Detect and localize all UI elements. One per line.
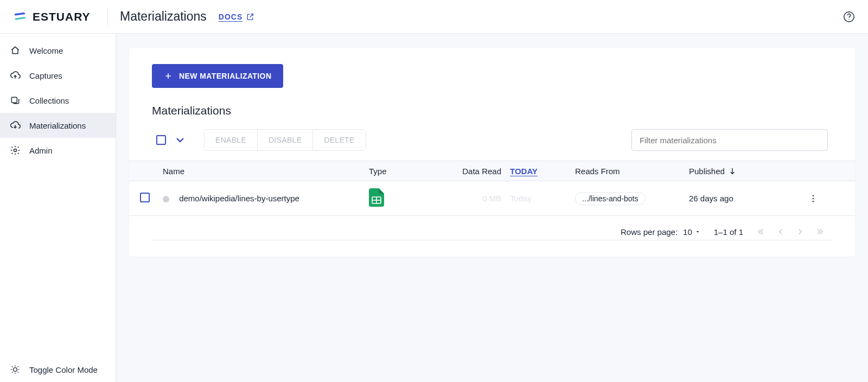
column-type: Type bbox=[366, 167, 442, 176]
sun-icon bbox=[10, 364, 21, 375]
row-menu-button[interactable] bbox=[805, 194, 829, 203]
row-checkbox[interactable] bbox=[140, 193, 150, 202]
help-icon[interactable] bbox=[843, 11, 855, 23]
svg-point-6 bbox=[813, 195, 814, 196]
svg-point-8 bbox=[813, 200, 814, 202]
topbar-divider bbox=[107, 8, 108, 26]
new-materialization-label: NEW MATERIALIZATION bbox=[179, 72, 271, 80]
svg-point-3 bbox=[14, 149, 17, 152]
sidebar-item-collections[interactable]: Collections bbox=[0, 88, 116, 113]
rows-per-page-label: Rows per page: bbox=[621, 227, 678, 237]
materializations-table: Name Type Data Read TODAY Reads From Pub… bbox=[129, 161, 855, 216]
cell-reads-from: .../lines-and-bots bbox=[572, 192, 686, 205]
column-published[interactable]: Published bbox=[686, 167, 805, 176]
page-title: Materializations bbox=[120, 9, 207, 24]
filter-input[interactable] bbox=[631, 129, 828, 151]
sort-desc-icon bbox=[728, 167, 737, 175]
section-title: Materializations bbox=[152, 104, 832, 117]
enable-button[interactable]: ENABLE bbox=[205, 130, 258, 150]
delete-button[interactable]: DELETE bbox=[313, 130, 365, 150]
reads-from-chip[interactable]: .../lines-and-bots bbox=[575, 192, 646, 205]
table-header: Name Type Data Read TODAY Reads From Pub… bbox=[129, 161, 855, 181]
collections-icon bbox=[10, 95, 21, 106]
sidebar-item-label: Collections bbox=[29, 96, 69, 105]
select-all-checkbox[interactable] bbox=[156, 135, 166, 145]
dropdown-icon bbox=[694, 228, 701, 235]
sidebar-item-label: Admin bbox=[29, 146, 53, 155]
toggle-color-mode[interactable]: Toggle Color Mode bbox=[0, 357, 116, 382]
external-link-icon bbox=[246, 12, 254, 21]
sidebar-item-label: Materializations bbox=[29, 121, 86, 130]
table-row[interactable]: demo/wikipedia/lines-by-usertype 0 MB To… bbox=[129, 181, 855, 216]
docs-link[interactable]: DOCS bbox=[219, 12, 254, 21]
sidebar-item-label: Captures bbox=[29, 71, 62, 80]
cell-type bbox=[366, 188, 442, 208]
cell-today: Today bbox=[507, 194, 572, 203]
status-dot-icon bbox=[163, 196, 169, 202]
topbar: ESTUARY Materializations DOCS bbox=[0, 0, 868, 34]
svg-point-1 bbox=[848, 18, 850, 20]
column-today[interactable]: TODAY bbox=[510, 167, 538, 176]
pagination-range: 1–1 of 1 bbox=[714, 227, 743, 237]
bulk-select-menu[interactable] bbox=[174, 133, 187, 147]
google-sheets-icon bbox=[369, 188, 384, 207]
sidebar-item-materializations[interactable]: Materializations bbox=[0, 113, 116, 138]
new-materialization-button[interactable]: NEW MATERIALIZATION bbox=[152, 64, 283, 88]
home-icon bbox=[10, 45, 21, 56]
sidebar-item-welcome[interactable]: Welcome bbox=[0, 38, 116, 63]
brand-name: ESTUARY bbox=[33, 10, 91, 23]
column-name: Name bbox=[159, 167, 366, 176]
plus-icon bbox=[164, 72, 173, 80]
table-toolbar: ENABLE DISABLE DELETE bbox=[152, 129, 832, 151]
sidebar-item-label: Welcome bbox=[29, 46, 63, 55]
cloud-upload-icon bbox=[10, 70, 21, 81]
sidebar-item-captures[interactable]: Captures bbox=[0, 63, 116, 88]
sidebar-nav: Welcome Captures Collections Materializa… bbox=[0, 34, 116, 163]
column-reads-from: Reads From bbox=[572, 167, 686, 176]
cell-published: 26 days ago bbox=[686, 194, 805, 203]
brand-logo[interactable]: ESTUARY bbox=[13, 10, 102, 24]
svg-point-7 bbox=[813, 198, 814, 199]
sidebar: Welcome Captures Collections Materializa… bbox=[0, 34, 116, 382]
page-next-button[interactable] bbox=[795, 227, 805, 237]
pagination: Rows per page: 10 1–1 of 1 bbox=[152, 216, 832, 240]
main-content: NEW MATERIALIZATION Materializations ENA… bbox=[116, 34, 868, 382]
materializations-card: NEW MATERIALIZATION Materializations ENA… bbox=[129, 48, 855, 257]
page-first-button[interactable] bbox=[756, 227, 766, 237]
cloud-download-icon bbox=[10, 120, 21, 131]
toggle-color-mode-label: Toggle Color Mode bbox=[29, 365, 98, 374]
bulk-actions: ENABLE DISABLE DELETE bbox=[204, 129, 366, 151]
rows-per-page-select[interactable]: 10 bbox=[683, 227, 701, 237]
cell-name: demo/wikipedia/lines-by-usertype bbox=[159, 194, 366, 203]
cell-data-read: 0 MB bbox=[442, 194, 507, 203]
svg-rect-2 bbox=[11, 97, 17, 103]
sidebar-item-admin[interactable]: Admin bbox=[0, 138, 116, 163]
docs-link-label: DOCS bbox=[219, 12, 242, 21]
column-data-read: Data Read bbox=[442, 167, 507, 176]
svg-point-4 bbox=[14, 368, 17, 372]
brand-mark-icon bbox=[13, 10, 27, 24]
page-prev-button[interactable] bbox=[776, 227, 786, 237]
page-last-button[interactable] bbox=[815, 227, 825, 237]
disable-button[interactable]: DISABLE bbox=[258, 130, 313, 150]
gear-icon bbox=[10, 145, 21, 156]
